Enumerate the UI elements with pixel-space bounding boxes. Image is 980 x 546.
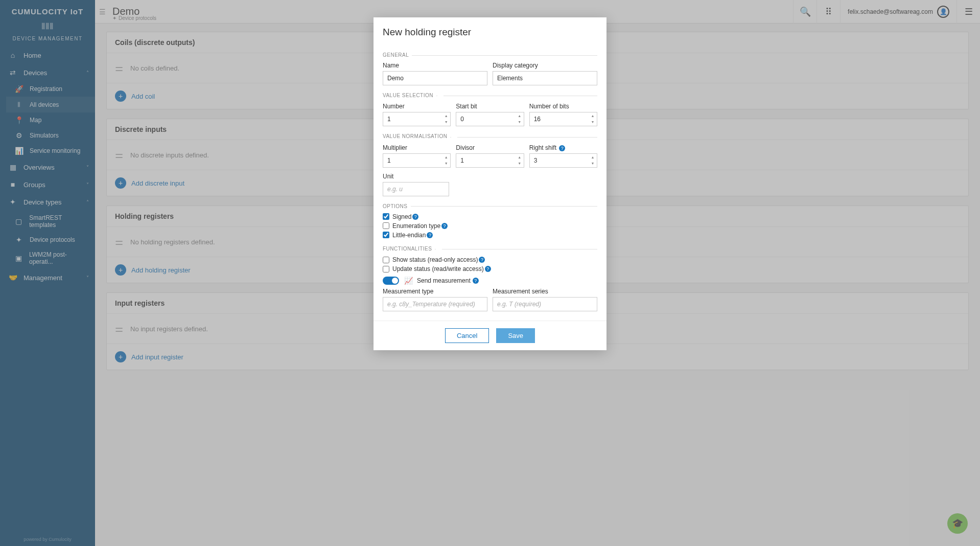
enum-checkbox[interactable] <box>383 222 389 229</box>
numbits-label: Number of bits <box>529 103 597 110</box>
unit-input[interactable] <box>383 182 449 196</box>
mseries-label: Measurement series <box>493 288 597 295</box>
modal-new-holding-register: New holding register GENERAL Name Displa… <box>374 17 606 350</box>
sendmeasurement-toggle[interactable] <box>383 277 399 285</box>
rightshift-input[interactable] <box>529 153 597 168</box>
signed-checkbox-row[interactable]: Signed? <box>383 213 597 220</box>
mtype-label: Measurement type <box>383 288 487 295</box>
mtype-input[interactable] <box>383 297 487 311</box>
help-icon[interactable]: ? <box>559 145 565 151</box>
section-functionalities: FUNCTIONALITIES? <box>383 246 597 252</box>
littleendian-label: Little-endian <box>392 232 426 239</box>
category-input[interactable] <box>493 71 597 85</box>
signed-checkbox[interactable] <box>383 213 389 220</box>
startbit-label: Start bit <box>456 103 524 110</box>
multiplier-stepper[interactable]: ▲▼ <box>442 154 450 167</box>
section-value-normalisation: VALUE NORMALISATION? <box>383 133 597 140</box>
unit-label: Unit <box>383 173 449 180</box>
help-icon[interactable]: ? <box>441 223 448 229</box>
help-icon[interactable]: ? <box>473 278 479 284</box>
startbit-input[interactable] <box>456 112 524 126</box>
signed-label: Signed <box>392 213 411 220</box>
number-input[interactable] <box>383 112 451 126</box>
divisor-label: Divisor <box>456 144 524 151</box>
updatestatus-checkbox-row[interactable]: Update status (read/write access)? <box>383 265 597 272</box>
name-input[interactable] <box>383 71 487 85</box>
section-general: GENERAL <box>383 52 597 58</box>
modal-title: New holding register <box>374 17 606 45</box>
numbits-stepper[interactable]: ▲▼ <box>589 113 596 125</box>
updatestatus-checkbox[interactable] <box>383 266 389 272</box>
rightshift-stepper[interactable]: ▲▼ <box>589 154 596 167</box>
save-button[interactable]: Save <box>496 328 535 343</box>
number-stepper[interactable]: ▲▼ <box>442 113 450 125</box>
name-label: Name <box>383 62 487 69</box>
help-icon[interactable]: ? <box>479 257 485 263</box>
multiplier-label: Multiplier <box>383 144 451 151</box>
help-icon[interactable]: ? <box>485 266 491 272</box>
mseries-input[interactable] <box>493 297 597 311</box>
numbits-input[interactable] <box>529 112 597 126</box>
showstatus-label: Show status (read-only access) <box>392 256 478 263</box>
enum-checkbox-row[interactable]: Enumeration type? <box>383 222 597 230</box>
enum-label: Enumeration type <box>392 222 440 230</box>
section-value-selection: VALUE SELECTION? <box>383 93 597 99</box>
number-label: Number <box>383 103 451 110</box>
chart-line-icon: 📈 <box>404 277 413 285</box>
section-options: OPTIONS <box>383 203 597 209</box>
showstatus-checkbox[interactable] <box>383 257 389 263</box>
rightshift-label: Right shift ? <box>529 144 597 151</box>
help-icon[interactable]: ? <box>427 232 433 238</box>
showstatus-checkbox-row[interactable]: Show status (read-only access)? <box>383 256 597 263</box>
help-icon[interactable]: ? <box>437 93 444 99</box>
cancel-button[interactable]: Cancel <box>445 328 489 343</box>
littleendian-checkbox-row[interactable]: Little-endian? <box>383 232 597 239</box>
divisor-stepper[interactable]: ▲▼ <box>516 154 523 167</box>
modal-footer: Cancel Save <box>374 321 606 350</box>
multiplier-input[interactable] <box>383 153 451 168</box>
littleendian-checkbox[interactable] <box>383 232 389 238</box>
category-label: Display category <box>493 62 597 69</box>
help-icon[interactable]: ? <box>451 134 457 140</box>
sendmeasurement-label: Send measurement <box>417 277 471 284</box>
help-icon[interactable]: ? <box>412 214 418 220</box>
modal-body[interactable]: GENERAL Name Display category VALUE SELE… <box>374 45 606 321</box>
updatestatus-label: Update status (read/write access) <box>392 265 484 272</box>
help-icon[interactable]: ? <box>436 246 442 252</box>
sendmeasurement-toggle-row[interactable]: 📈 Send measurement ? <box>383 277 597 285</box>
startbit-stepper[interactable]: ▲▼ <box>516 113 523 125</box>
divisor-input[interactable] <box>456 153 524 168</box>
